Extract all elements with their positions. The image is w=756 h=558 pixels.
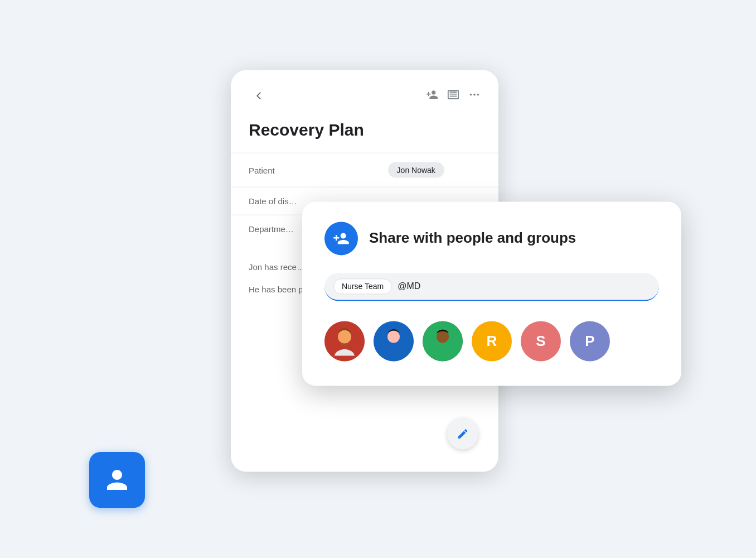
person-icon	[102, 465, 132, 495]
svg-point-0	[470, 93, 472, 95]
header-actions	[426, 88, 481, 103]
avatar-s[interactable]: S	[521, 321, 561, 361]
avatar-person-2[interactable]	[374, 321, 414, 361]
avatars-row: R S P	[324, 319, 659, 363]
avatar-person-3[interactable]	[423, 321, 463, 361]
notes-icon[interactable]	[447, 88, 459, 103]
person-1-svg	[324, 321, 365, 361]
nurse-team-chip[interactable]: Nurse Team	[333, 278, 392, 294]
patient-label: Patient	[231, 153, 370, 187]
svg-point-2	[477, 93, 479, 95]
avatar-r[interactable]: R	[472, 321, 512, 361]
card-header	[231, 70, 498, 112]
patient-value: Jon Nowak	[370, 153, 498, 187]
more-options-icon[interactable]	[468, 88, 481, 103]
edit-fab-button[interactable]	[447, 419, 478, 450]
avatar-s-label: S	[536, 333, 545, 350]
person-3-svg	[423, 321, 463, 361]
recovery-title: Recovery Plan	[231, 112, 498, 153]
person-2-svg	[374, 321, 414, 361]
share-input-area[interactable]: Nurse Team	[324, 273, 659, 301]
share-input-field[interactable]	[398, 281, 648, 291]
back-button[interactable]	[249, 86, 269, 106]
svg-point-1	[473, 93, 476, 95]
add-person-icon[interactable]	[426, 88, 438, 103]
share-title: Share with people and groups	[369, 230, 576, 247]
edit-icon	[457, 428, 469, 440]
scene: Recovery Plan Patient Jon Nowak Date of …	[0, 0, 756, 558]
svg-point-4	[338, 330, 351, 343]
patient-chip[interactable]: Jon Nowak	[388, 162, 444, 178]
table-row: Patient Jon Nowak	[231, 153, 498, 187]
share-icon-circle	[324, 222, 358, 255]
share-header: Share with people and groups	[324, 222, 659, 255]
svg-point-6	[387, 330, 400, 343]
folder-person-icon	[89, 452, 145, 508]
svg-point-8	[437, 330, 449, 343]
avatar-inner-2	[374, 321, 414, 361]
share-person-add-icon	[333, 230, 350, 247]
avatar-inner-3	[423, 321, 463, 361]
avatar-inner-1	[324, 321, 365, 361]
avatar-p[interactable]: P	[570, 321, 610, 361]
share-dialog: Share with people and groups Nurse Team	[302, 201, 681, 386]
avatar-person-1[interactable]	[324, 321, 365, 361]
avatar-p-label: P	[585, 333, 594, 350]
avatar-r-label: R	[487, 333, 497, 350]
